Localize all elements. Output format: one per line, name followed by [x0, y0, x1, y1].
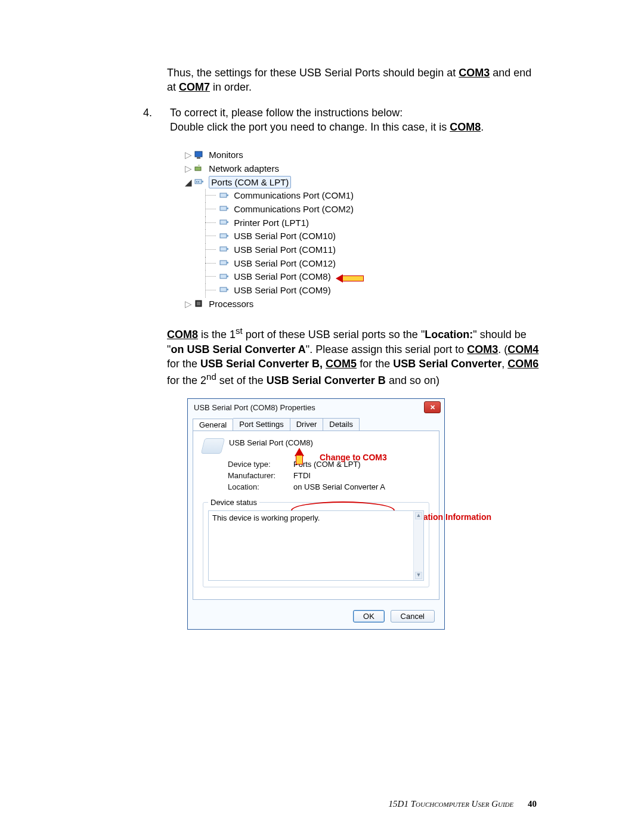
tree-child[interactable]: Printer Port (LPT1)	[205, 216, 441, 230]
scroll-down-icon[interactable]: ▼	[415, 572, 422, 579]
page-number: 40	[528, 799, 537, 809]
svg-rect-20	[220, 274, 227, 278]
paragraph-explain: COM8 is the 1st port of these USB serial…	[167, 325, 543, 388]
text: for the 2	[167, 374, 206, 386]
com8-ref: COM8	[450, 121, 481, 133]
tree-child[interactable]: Communications Port (COM2)	[205, 203, 441, 216]
port-icon	[219, 258, 229, 270]
superscript: nd	[206, 371, 216, 382]
text: COM8	[167, 329, 198, 340]
cancel-button[interactable]: Cancel	[391, 610, 435, 623]
dialog-buttons: OK Cancel	[188, 606, 444, 629]
status-textbox[interactable]: This device is working properly. ▲ ▼	[208, 510, 424, 581]
cpu-icon	[194, 298, 204, 311]
label-device-type: Device type:	[228, 460, 287, 469]
text: Location:	[425, 329, 473, 340]
text: .	[481, 121, 484, 133]
tree-child-com8[interactable]: USB Serial Port (COM8)	[205, 270, 441, 284]
svg-rect-16	[220, 247, 227, 251]
svg-rect-12	[220, 220, 227, 224]
text: in order.	[210, 81, 252, 93]
device-status-group: Device status This device is working pro…	[203, 502, 429, 587]
text: and so on)	[386, 374, 439, 386]
port-icon	[219, 244, 229, 256]
tree-label: Printer Port (LPT1)	[234, 218, 309, 228]
text: USB Serial Converter B	[267, 374, 386, 386]
svg-rect-13	[227, 221, 228, 223]
svg-rect-25	[197, 302, 200, 305]
expand-icon[interactable]: ▷	[185, 298, 192, 310]
tree-label: Communications Port (COM2)	[234, 204, 354, 214]
port-icon	[219, 284, 229, 297]
value-manufacturer: FTDI	[293, 471, 311, 480]
port-icon	[219, 217, 229, 230]
tree-label: USB Serial Port (COM11)	[234, 244, 336, 255]
dialog-title: USB Serial Port (COM8) Properties	[194, 403, 315, 412]
text: for the	[357, 358, 393, 370]
text: for the	[167, 358, 200, 370]
text: set of the	[216, 374, 267, 386]
expand-icon[interactable]: ▷	[185, 162, 192, 175]
tab-driver[interactable]: Driver	[290, 418, 324, 431]
dialog-titlebar[interactable]: USB Serial Port (COM8) Properties ✕	[188, 399, 444, 418]
close-button[interactable]: ✕	[424, 401, 441, 413]
legend-device-status: Device status	[208, 498, 259, 507]
port-icon	[219, 203, 229, 216]
scroll-up-icon[interactable]: ▲	[415, 512, 422, 519]
tab-details[interactable]: Details	[323, 418, 360, 431]
tab-general[interactable]: General	[193, 419, 233, 431]
svg-rect-17	[227, 248, 228, 250]
svg-rect-11	[227, 208, 228, 209]
tree-child[interactable]: USB Serial Port (COM9)	[205, 284, 441, 298]
text: COM3	[467, 343, 498, 355]
tree-node-network[interactable]: ▷ Network adapters	[185, 162, 441, 176]
tree-label: Network adapters	[209, 163, 279, 174]
text: Thus, the settings for these USB Serial …	[167, 67, 459, 79]
tree-node-ports[interactable]: ◢ Ports (COM & LPT)	[185, 176, 441, 190]
svg-rect-3	[198, 165, 200, 167]
tab-port-settings[interactable]: Port Settings	[233, 418, 290, 431]
svg-rect-2	[195, 167, 201, 171]
svg-rect-21	[227, 275, 228, 277]
tree-node-processors[interactable]: ▷ Processors	[185, 298, 441, 311]
tree-label: USB Serial Port (COM9)	[234, 285, 331, 295]
pointer-arrow-icon	[336, 271, 364, 284]
value-location: on USB Serial Converter A	[293, 482, 385, 491]
tab-panel: USB Serial Port (COM8) Change to COM3 De…	[193, 431, 439, 600]
svg-rect-15	[227, 235, 228, 237]
port-icon	[194, 176, 204, 189]
text: COM5	[326, 358, 357, 370]
svg-rect-22	[220, 287, 227, 292]
collapse-icon[interactable]: ◢	[185, 176, 192, 188]
tree-node-monitors[interactable]: ▷ Monitors	[185, 148, 441, 162]
page-footer: 15D1 Touchcomputer User Guide 40	[389, 799, 537, 809]
ok-button[interactable]: OK	[353, 610, 385, 623]
svg-point-6	[198, 181, 199, 182]
label-manufacturer: Manufacturer:	[228, 471, 287, 480]
device-icon	[201, 438, 225, 454]
footer-title: 15D1 Touchcomputer User Guide	[389, 799, 514, 809]
com3-ref: COM3	[459, 67, 490, 79]
tree-label: USB Serial Port (COM8)	[234, 271, 331, 281]
network-icon	[194, 163, 204, 175]
tree-label: Monitors	[209, 150, 243, 160]
expand-icon[interactable]: ▷	[185, 148, 192, 161]
label-location: Location:	[228, 482, 287, 491]
text: COM4	[507, 343, 538, 355]
tree-child[interactable]: USB Serial Port (COM12)	[205, 257, 441, 271]
tree-child[interactable]: USB Serial Port (COM11)	[205, 243, 441, 257]
tree-child[interactable]: USB Serial Port (COM10)	[205, 230, 441, 243]
status-text: This device is working properly.	[212, 513, 320, 522]
tree-child[interactable]: Communications Port (COM1)	[205, 189, 441, 203]
text: port of these USB serial ports so the "	[243, 329, 425, 340]
scrollbar[interactable]: ▲ ▼	[413, 511, 423, 580]
port-icon	[219, 271, 229, 284]
text: USB Serial Converter	[393, 358, 501, 370]
text: To correct it, please follow the instruc…	[170, 107, 402, 119]
text: ". Please assign this serial port to	[306, 343, 467, 355]
annotation-change: Change to COM3	[320, 453, 387, 462]
tab-strip: General Port Settings Driver Details	[188, 418, 444, 431]
svg-rect-23	[227, 289, 228, 290]
properties-dialog: USB Serial Port (COM8) Properties ✕ Gene…	[187, 398, 445, 630]
port-icon	[219, 190, 229, 203]
